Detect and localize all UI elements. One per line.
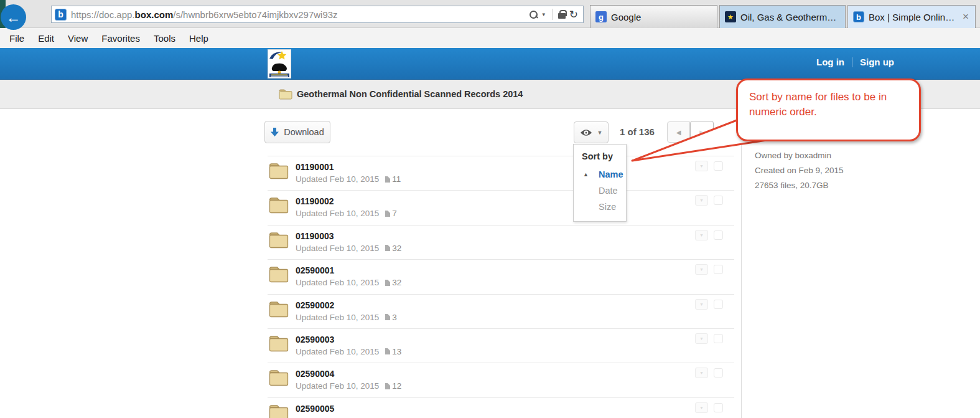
sort-by-size[interactable]: Size (574, 199, 626, 215)
page-title: Geothermal Non Confidential Scanned Reco… (297, 89, 523, 99)
file-row[interactable]: 02590003 Updated Feb 10, 2015 13 ▼ (268, 328, 734, 363)
count-wrap: 32 (385, 278, 401, 287)
file-texts: 02590005 (296, 404, 334, 416)
tab-label: Oil, Gas & Geothermal -... (740, 12, 840, 22)
tab-box-active[interactable]: b Box | Simple Online ... × (847, 5, 976, 28)
url-path: /s/hwnbrb6xrw5ebto74imjkbxv297wi93z (173, 9, 337, 20)
file-count: 7 (392, 209, 397, 218)
refresh-icon[interactable]: ↻ (569, 9, 578, 20)
sort-item-label: Name (599, 169, 623, 179)
menu-file[interactable]: File (2, 33, 31, 44)
sort-by-date[interactable]: Date (574, 183, 626, 199)
folder-icon (269, 232, 289, 249)
row-checkbox[interactable] (714, 368, 723, 378)
address-bar-tools: ▼ ↻ (525, 9, 583, 20)
divider (741, 145, 742, 418)
download-button[interactable]: Download (264, 121, 330, 143)
content-area: Download ▼ 1 of 136 ◀ ▶ 01190001 Updated… (0, 109, 980, 418)
row-checkbox[interactable] (714, 300, 723, 309)
tab-label: Box | Simple Online ... (869, 12, 957, 22)
row-menu-button[interactable]: ▼ (695, 195, 708, 206)
browser-window: b https://doc.app.box.com/s/hwnbrb6xrw5e… (0, 0, 980, 418)
file-row[interactable]: 01190003 Updated Feb 10, 2015 32 ▼ (268, 225, 734, 259)
tab-google[interactable]: g Google (590, 5, 717, 28)
menu-tools[interactable]: Tools (147, 33, 182, 44)
file-name[interactable]: 02590005 (296, 404, 334, 414)
row-checkbox[interactable] (714, 403, 723, 412)
download-arrow-icon (271, 128, 279, 137)
file-row[interactable]: 02590001 Updated Feb 10, 2015 32 ▼ (268, 259, 734, 293)
row-menu-button[interactable]: ▼ (695, 402, 708, 413)
row-menu-button[interactable]: ▼ (695, 230, 708, 240)
url-text[interactable]: https://doc.app.box.com/s/hwnbrb6xrw5ebt… (71, 9, 525, 20)
file-row[interactable]: 02590002 Updated Feb 10, 2015 3 ▼ (268, 294, 734, 328)
row-checkbox[interactable] (714, 196, 723, 205)
download-label: Download (284, 127, 324, 137)
row-checkbox[interactable] (714, 265, 723, 274)
row-controls: ▼ (695, 264, 723, 275)
row-checkbox[interactable] (714, 230, 723, 240)
search-dropdown-icon[interactable]: ▼ (541, 12, 546, 17)
google-favicon-icon: g (595, 11, 607, 22)
sign-up-link[interactable]: Sign up (860, 57, 894, 67)
file-count: 12 (392, 381, 401, 391)
sort-by-name[interactable]: ▲ Name (574, 166, 626, 183)
lock-icon (558, 13, 566, 19)
close-tab-icon[interactable]: × (961, 11, 970, 23)
tab-oil-gas-geothermal[interactable]: ★ Oil, Gas & Geothermal -... (719, 5, 846, 28)
count-wrap: 3 (385, 313, 397, 322)
row-menu-button[interactable]: ▼ (695, 368, 708, 378)
divider (852, 57, 852, 67)
file-row[interactable]: 02590005 ▼ (268, 397, 734, 418)
row-menu-button[interactable]: ▼ (695, 333, 708, 344)
conservation-logo-icon (268, 50, 291, 78)
folder-icon (269, 301, 289, 318)
back-button[interactable]: ← (1, 4, 26, 30)
search-icon[interactable] (530, 11, 538, 19)
annotation-text: Sort by name for files to be in numeric … (749, 90, 908, 120)
file-name[interactable]: 02590002 (296, 300, 397, 310)
menu-favorites[interactable]: Favorites (95, 33, 147, 44)
row-controls: ▼ (695, 195, 723, 206)
menu-view[interactable]: View (61, 33, 95, 44)
file-name[interactable]: 02590004 (296, 369, 401, 379)
row-menu-button[interactable]: ▼ (695, 299, 708, 310)
count-wrap: 11 (385, 174, 401, 184)
file-updated: Updated Feb 10, 2015 (296, 347, 379, 356)
file-meta: Updated Feb 10, 2015 12 (296, 381, 401, 391)
row-controls: ▼ (695, 299, 723, 310)
menu-edit[interactable]: Edit (31, 33, 61, 44)
sort-item-label: Date (599, 186, 618, 196)
menu-help[interactable]: Help (182, 33, 215, 44)
address-bar[interactable]: b https://doc.app.box.com/s/hwnbrb6xrw5e… (51, 6, 584, 23)
file-count: 13 (392, 347, 401, 356)
file-count-icon (385, 280, 390, 286)
file-meta: Updated Feb 10, 2015 13 (296, 347, 401, 356)
file-name[interactable]: 01190001 (296, 162, 401, 172)
url-prefix: https://doc.app. (71, 9, 135, 20)
file-updated: Updated Feb 10, 2015 (296, 313, 379, 322)
row-checkbox[interactable] (714, 334, 723, 343)
file-name[interactable]: 02590001 (296, 265, 401, 275)
folder-icon (269, 266, 289, 283)
file-updated: Updated Feb 10, 2015 (296, 278, 379, 287)
file-count: 11 (392, 174, 401, 184)
file-row[interactable]: 01190002 Updated Feb 10, 2015 7 ▼ (268, 190, 734, 224)
file-name[interactable]: 02590003 (296, 335, 401, 344)
file-count-icon (385, 314, 390, 320)
file-count-icon (385, 245, 390, 251)
box-favicon-icon: b (55, 9, 67, 21)
file-texts: 02590001 Updated Feb 10, 2015 32 (296, 265, 401, 287)
file-name[interactable]: 01190002 (296, 196, 397, 206)
file-texts: 02590003 Updated Feb 10, 2015 13 (296, 335, 401, 356)
file-updated: Updated Feb 10, 2015 (296, 381, 379, 391)
file-name[interactable]: 01190003 (296, 231, 401, 241)
view-options-button[interactable]: ▼ (574, 121, 609, 143)
row-menu-button[interactable]: ▼ (695, 264, 708, 275)
browser-chrome: b https://doc.app.box.com/s/hwnbrb6xrw5e… (0, 0, 980, 28)
sort-ascending-icon: ▲ (583, 171, 589, 178)
file-row[interactable]: 02590004 Updated Feb 10, 2015 12 ▼ (268, 363, 734, 397)
log-in-link[interactable]: Log in (816, 57, 844, 67)
url-domain: box.com (135, 9, 174, 20)
folder-icon (269, 163, 289, 179)
